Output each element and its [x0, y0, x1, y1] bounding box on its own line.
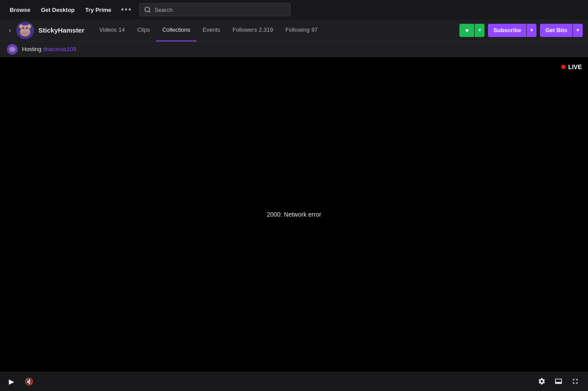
theater-mode-icon	[555, 377, 562, 385]
channel-nav-right: ♥ ▼ Subscribe ▼ Get Bits ▼	[459, 24, 583, 37]
get-bits-button[interactable]: Get Bits	[540, 24, 573, 37]
settings-icon	[538, 377, 546, 385]
live-badge: LIVE	[561, 63, 582, 70]
tab-collections[interactable]: Collections	[156, 19, 196, 41]
live-label: LIVE	[568, 63, 582, 70]
settings-button[interactable]	[534, 376, 549, 387]
subscribe-btn-group: Subscribe ▼	[488, 24, 536, 37]
hosting-channel-link[interactable]: draconas109	[43, 46, 76, 52]
hosting-avatar	[7, 44, 18, 55]
following-count: 97	[311, 26, 318, 33]
svg-point-18	[9, 47, 15, 52]
get-desktop-link[interactable]: Get Desktop	[37, 4, 79, 16]
video-controls-bar: ▶ 🔇	[0, 372, 588, 391]
search-bar	[139, 3, 291, 16]
fullscreen-icon	[571, 377, 579, 385]
tab-followers[interactable]: Followers 2,319	[226, 19, 279, 41]
mute-button[interactable]: 🔇	[21, 376, 37, 387]
try-prime-link[interactable]: Try Prime	[81, 4, 116, 16]
network-error-message: 2000: Network error	[267, 211, 322, 218]
video-player[interactable]: LIVE 2000: Network error	[0, 57, 588, 372]
tab-events[interactable]: Events	[196, 19, 226, 41]
svg-rect-19	[556, 382, 561, 384]
subscribe-button[interactable]: Subscribe	[488, 24, 526, 37]
search-icon	[144, 6, 151, 13]
videos-count: 14	[118, 26, 125, 33]
hosting-banner: Hosting draconas109	[0, 41, 588, 57]
nav-left-arrow[interactable]: ‹	[5, 25, 15, 36]
heart-dropdown-button[interactable]: ▼	[475, 24, 484, 37]
channel-nav: ‹ StickyHamster Videos 1	[0, 19, 588, 41]
tab-clips[interactable]: Clips	[131, 19, 156, 41]
play-button[interactable]: ▶	[5, 376, 18, 387]
tab-following[interactable]: Following 97	[279, 19, 324, 41]
svg-rect-16	[16, 22, 34, 39]
controls-right	[534, 376, 583, 387]
search-input[interactable]	[155, 7, 286, 13]
followers-count: 2,319	[259, 26, 273, 33]
top-nav: Browse Get Desktop Try Prime •••	[0, 0, 588, 19]
channel-avatar	[16, 22, 34, 39]
theater-mode-button[interactable]	[551, 376, 566, 387]
channel-name: StickyHamster	[38, 26, 84, 34]
get-bits-dropdown-button[interactable]: ▼	[573, 24, 583, 37]
svg-line-1	[149, 11, 150, 12]
fullscreen-button[interactable]	[568, 376, 583, 387]
browse-link[interactable]: Browse	[5, 4, 35, 16]
heart-button[interactable]: ♥	[459, 24, 474, 37]
tab-videos[interactable]: Videos 14	[93, 19, 131, 41]
more-options-button[interactable]: •••	[118, 4, 136, 16]
hosting-text: Hosting draconas109	[22, 46, 76, 52]
subscribe-dropdown-button[interactable]: ▼	[527, 24, 536, 37]
heart-btn-group: ♥ ▼	[459, 24, 484, 37]
get-bits-btn-group: Get Bits ▼	[540, 24, 583, 37]
live-indicator-dot	[561, 65, 566, 69]
